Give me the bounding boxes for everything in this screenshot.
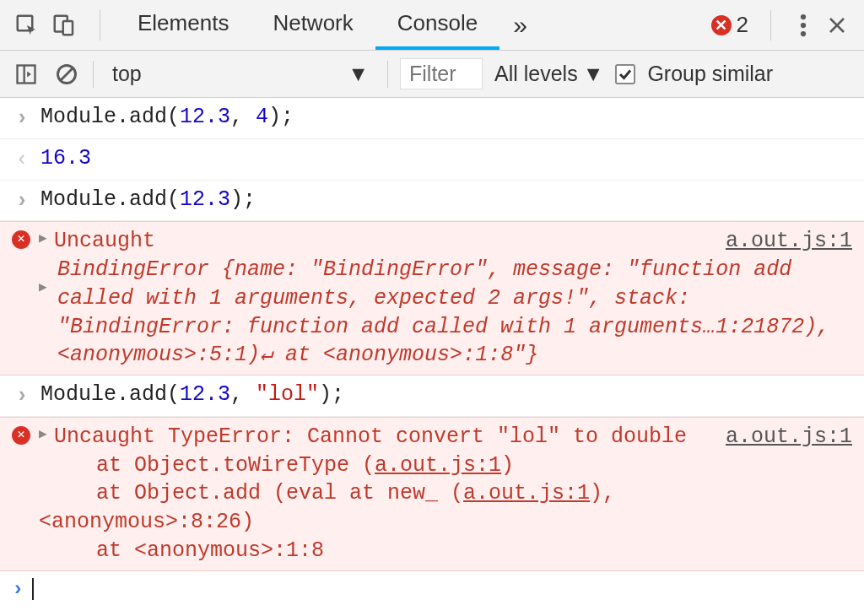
- chevron-down-icon: ▼: [583, 62, 604, 86]
- toolbar-divider: [387, 61, 388, 88]
- error-detail: ▶ BindingError {name: "BindingError", me…: [39, 256, 852, 370]
- svg-point-5: [801, 30, 806, 35]
- svg-point-4: [801, 22, 806, 27]
- device-toggle-icon[interactable]: [47, 8, 81, 42]
- context-selector[interactable]: top ▼: [105, 60, 375, 88]
- console-error-row: ✕ ▶ Uncaught a.out.js:1 ▶ BindingError {…: [0, 221, 864, 376]
- error-headline: Uncaught TypeError: Cannot convert "lol"…: [54, 423, 716, 451]
- log-levels-selector[interactable]: All levels ▼: [494, 62, 603, 86]
- toolbar-divider: [93, 61, 94, 88]
- console-error-row: ✕ ▶ Uncaught TypeError: Cannot convert "…: [0, 417, 864, 571]
- devtools-tabs: Elements Network Console: [116, 0, 500, 50]
- console-input-code: Module.add(12.3, "lol");: [40, 381, 852, 409]
- error-source-link[interactable]: a.out.js:1: [716, 423, 852, 451]
- input-chevron-icon: ›: [15, 382, 28, 411]
- expand-triangle-icon[interactable]: ▶: [39, 423, 54, 445]
- error-count-badge[interactable]: ✕ 2: [711, 12, 748, 38]
- console-log: › Module.add(12.3, 4); ‹ 16.3 › Module.a…: [0, 98, 864, 608]
- error-icon: ✕: [12, 426, 30, 445]
- toolbar-divider: [100, 10, 100, 41]
- console-toolbar: top ▼ All levels ▼ Group similar: [0, 51, 864, 98]
- inspect-element-icon[interactable]: [10, 8, 44, 42]
- expand-triangle-icon[interactable]: ▶: [39, 279, 47, 298]
- svg-point-3: [801, 14, 806, 19]
- error-icon: ✕: [12, 230, 30, 249]
- error-icon: ✕: [711, 15, 732, 35]
- chevron-down-icon: ▼: [348, 62, 369, 86]
- prompt-chevron-icon: ›: [12, 578, 24, 601]
- group-similar-checkbox[interactable]: [615, 64, 635, 84]
- svg-rect-2: [63, 21, 73, 35]
- more-tabs-icon[interactable]: »: [500, 11, 541, 40]
- tab-network[interactable]: Network: [251, 0, 375, 50]
- console-output-row: ‹ 16.3: [0, 139, 864, 181]
- console-prompt[interactable]: ›: [0, 571, 864, 608]
- console-input-code: Module.add(12.3);: [40, 186, 852, 214]
- console-input-row: › Module.add(12.3);: [0, 181, 864, 222]
- svg-rect-6: [18, 65, 35, 83]
- stack-frame: at <anonymous>:1:8: [39, 537, 852, 565]
- toolbar-divider: [770, 10, 771, 41]
- console-input-row: › Module.add(12.3, "lol");: [0, 376, 864, 417]
- devtools-toolbar: Elements Network Console » ✕ 2: [0, 0, 864, 51]
- levels-label: All levels: [494, 62, 578, 86]
- stack-source-link[interactable]: a.out.js:1: [463, 481, 590, 505]
- toggle-sidebar-icon[interactable]: [12, 60, 40, 89]
- input-chevron-icon: ›: [15, 105, 28, 133]
- stack-frame: at Object.toWireType (a.out.js:1): [39, 451, 852, 480]
- tab-console[interactable]: Console: [375, 0, 500, 50]
- input-chevron-icon: ›: [15, 187, 28, 216]
- stack-frame: <anonymous>:8:26): [39, 508, 852, 537]
- expand-triangle-icon[interactable]: ▶: [39, 227, 54, 249]
- error-source-link[interactable]: a.out.js:1: [716, 227, 852, 256]
- filter-input[interactable]: [400, 58, 483, 89]
- error-headline: Uncaught: [54, 227, 716, 256]
- stack-frame: at Object.add (eval at new_ (a.out.js:1)…: [39, 479, 852, 508]
- context-label: top: [112, 62, 142, 86]
- stack-source-link[interactable]: a.out.js:1: [375, 453, 501, 478]
- console-input-code: Module.add(12.3, 4);: [40, 103, 852, 132]
- close-icon[interactable]: [820, 15, 854, 35]
- error-count-value: 2: [737, 12, 748, 38]
- console-output-value: 16.3: [40, 146, 91, 170]
- text-cursor: [32, 578, 34, 600]
- tab-elements[interactable]: Elements: [116, 0, 251, 50]
- group-similar-label: Group similar: [647, 62, 773, 86]
- kebab-menu-icon[interactable]: [786, 13, 820, 38]
- clear-console-icon[interactable]: [52, 60, 81, 89]
- console-input-row: › Module.add(12.3, 4);: [0, 98, 864, 139]
- output-chevron-icon: ‹: [15, 146, 28, 175]
